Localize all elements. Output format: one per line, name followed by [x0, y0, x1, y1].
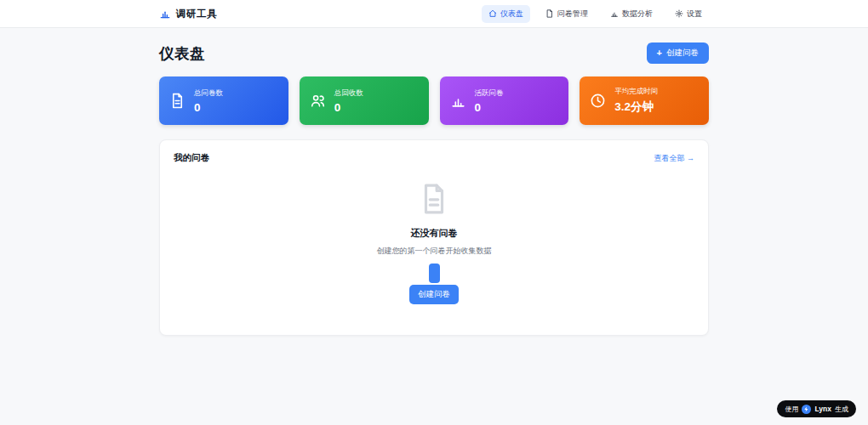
top-navbar: 调研工具 仪表盘 问卷管理 数据分析 [0, 0, 868, 28]
bar-chart-icon [450, 93, 466, 109]
stat-label: 活跃问卷 [475, 88, 504, 99]
plus-pill-shape [429, 264, 440, 283]
badge-prefix: 使用 [785, 405, 798, 414]
file-text-icon [174, 182, 694, 219]
nav-item-settings[interactable]: 设置 [668, 5, 709, 23]
create-survey-button[interactable]: + 创建问卷 [647, 42, 709, 64]
document-icon [169, 93, 186, 109]
app-title: 调研工具 [176, 8, 217, 20]
nav-item-label: 仪表盘 [500, 8, 523, 20]
main-content: 仪表盘 + 创建问卷 总问卷数 0 总回收数 0 [159, 42, 709, 336]
lynx-attribution-badge[interactable]: 使用 Lynx 生成 [777, 400, 856, 417]
view-all-link[interactable]: 查看全部 → [654, 153, 694, 164]
nav-item-data-analysis[interactable]: 数据分析 [603, 5, 660, 23]
main-nav: 仪表盘 问卷管理 数据分析 设置 [482, 5, 709, 23]
badge-suffix: 生成 [835, 405, 848, 414]
lynx-bolt-icon [802, 405, 811, 414]
stat-card-total-surveys: 总问卷数 0 [159, 76, 288, 125]
stat-label: 总问卷数 [194, 88, 223, 99]
stat-label: 平均完成时间 [614, 87, 658, 97]
home-icon [488, 9, 497, 18]
stat-card-total-responses: 总回收数 0 [300, 76, 429, 125]
stat-card-active-surveys: 活跃问卷 0 [440, 76, 569, 125]
plus-icon: + [657, 48, 662, 58]
empty-state-create-button[interactable]: 创建问卷 [409, 285, 459, 304]
nav-item-label: 问卷管理 [557, 8, 588, 20]
stat-value: 3.2分钟 [614, 99, 658, 115]
badge-brand: Lynx [814, 405, 831, 413]
stat-value: 0 [194, 101, 223, 114]
nav-item-survey-management[interactable]: 问卷管理 [539, 5, 595, 23]
page-title: 仪表盘 [159, 43, 205, 64]
stat-card-avg-completion-time: 平均完成时间 3.2分钟 [580, 76, 709, 125]
empty-state: 还没有问卷 创建您的第一个问卷开始收集数据 创建问卷 [174, 164, 694, 304]
stat-value: 0 [334, 101, 363, 114]
nav-item-dashboard[interactable]: 仪表盘 [482, 5, 530, 23]
stats-row: 总问卷数 0 总回收数 0 活跃问卷 0 [159, 76, 709, 125]
nav-item-label: 数据分析 [622, 8, 653, 20]
app-logo: 调研工具 [159, 8, 217, 20]
nav-item-label: 设置 [687, 8, 702, 20]
my-surveys-panel: 我的问卷 查看全部 → 还没有问卷 创建您的第一个问卷开始收集数据 创建问卷 [159, 139, 709, 336]
bar-chart-logo-icon [159, 8, 171, 20]
gear-icon [675, 9, 683, 18]
bar-chart-icon [610, 9, 619, 18]
empty-state-subtitle: 创建您的第一个问卷开始收集数据 [174, 246, 694, 257]
empty-state-title: 还没有问卷 [174, 227, 694, 240]
create-survey-button-label: 创建问卷 [666, 48, 699, 59]
panel-title: 我的问卷 [174, 152, 209, 164]
clock-icon [590, 93, 606, 109]
people-icon [310, 93, 326, 109]
document-icon [545, 9, 554, 18]
stat-label: 总回收数 [334, 88, 363, 99]
stat-value: 0 [475, 101, 504, 114]
